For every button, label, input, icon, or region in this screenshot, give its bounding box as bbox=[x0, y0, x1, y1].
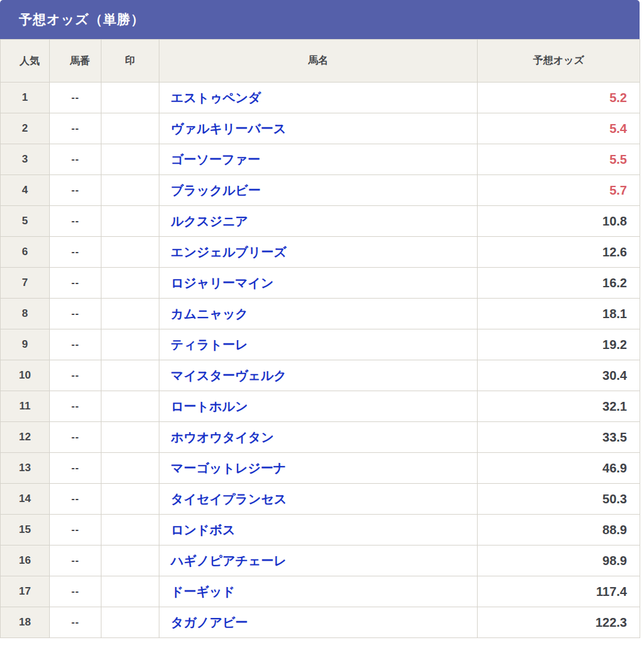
popularity-cell: 8 bbox=[1, 299, 50, 329]
table-header-row: 人気 馬番 印 馬名 予想オッズ bbox=[1, 40, 640, 83]
horse-number-cell: -- bbox=[50, 360, 101, 391]
mark-cell bbox=[101, 175, 159, 206]
predicted-odds-panel: 予想オッズ（単勝） 人気 馬番 印 馬名 予想オッズ bbox=[0, 0, 640, 638]
popularity-cell: 18 bbox=[1, 607, 50, 638]
horse-name-cell: ドーギッド bbox=[159, 576, 478, 607]
horse-name-cell: エストゥペンダ bbox=[159, 83, 478, 113]
panel-title-bar: 予想オッズ（単勝） bbox=[0, 0, 640, 39]
mark-cell bbox=[101, 329, 159, 360]
horse-number-cell: -- bbox=[50, 83, 101, 113]
horse-name-cell: ブラックルビー bbox=[159, 175, 478, 206]
horse-name-link[interactable]: ホウオウタイタン bbox=[171, 430, 274, 444]
odds-cell: 50.3 bbox=[478, 484, 640, 515]
table-body: 1--エストゥペンダ5.22--ヴァルキリーバース5.43--ゴーソーファー5.… bbox=[1, 83, 640, 638]
table-row: 8--カムニャック18.1 bbox=[1, 299, 640, 329]
odds-cell: 32.1 bbox=[478, 391, 640, 422]
odds-cell: 5.5 bbox=[478, 144, 640, 175]
horse-number-cell: -- bbox=[50, 113, 101, 144]
horse-name-cell: カムニャック bbox=[159, 299, 478, 329]
horse-number-cell: -- bbox=[50, 237, 101, 268]
horse-name-link[interactable]: エンジェルブリーズ bbox=[171, 245, 287, 259]
horse-name-link[interactable]: ルクスジニア bbox=[171, 214, 248, 228]
table-row: 1--エストゥペンダ5.2 bbox=[1, 83, 640, 113]
horse-name-link[interactable]: カムニャック bbox=[171, 307, 248, 321]
odds-cell: 18.1 bbox=[478, 299, 640, 329]
panel-title: 予想オッズ（単勝） bbox=[19, 11, 144, 28]
header-horse-number-label: 馬番 bbox=[70, 54, 81, 68]
header-predicted-odds-label: 予想オッズ bbox=[533, 55, 584, 66]
horse-number-cell: -- bbox=[50, 484, 101, 515]
horse-name-link[interactable]: ハギノピアチェーレ bbox=[171, 554, 287, 568]
horse-name-cell: ロートホルン bbox=[159, 391, 478, 422]
header-predicted-odds: 予想オッズ bbox=[478, 40, 640, 83]
odds-cell: 98.9 bbox=[478, 546, 640, 576]
horse-name-link[interactable]: タガノアビー bbox=[171, 615, 248, 629]
horse-number-cell: -- bbox=[50, 515, 101, 546]
odds-cell: 88.9 bbox=[478, 515, 640, 546]
mark-cell bbox=[101, 113, 159, 144]
horse-name-link[interactable]: エストゥペンダ bbox=[171, 91, 261, 105]
mark-cell bbox=[101, 360, 159, 391]
horse-name-link[interactable]: ドーギッド bbox=[171, 585, 235, 598]
horse-name-cell: タガノアビー bbox=[159, 607, 478, 638]
popularity-cell: 14 bbox=[1, 484, 50, 515]
mark-cell bbox=[101, 515, 159, 546]
mark-cell bbox=[101, 484, 159, 515]
horse-name-cell: ルクスジニア bbox=[159, 206, 478, 237]
horse-name-link[interactable]: タイセイプランセス bbox=[171, 492, 287, 506]
horse-name-link[interactable]: ブラックルビー bbox=[171, 183, 261, 197]
horse-name-link[interactable]: ティラトーレ bbox=[171, 338, 248, 351]
horse-name-link[interactable]: ロートホルン bbox=[171, 399, 248, 413]
popularity-cell: 4 bbox=[1, 175, 50, 206]
horse-number-cell: -- bbox=[50, 206, 101, 237]
odds-cell: 5.2 bbox=[478, 83, 640, 113]
horse-name-link[interactable]: ロンドボス bbox=[171, 523, 235, 537]
horse-name-cell: ホウオウタイタン bbox=[159, 422, 478, 453]
horse-name-cell: ヴァルキリーバース bbox=[159, 113, 478, 144]
odds-table: 人気 馬番 印 馬名 予想オッズ 1--エストゥペンダ5.22--ヴァルキリーバ… bbox=[0, 39, 640, 638]
horse-name-link[interactable]: マーゴットレジーナ bbox=[171, 461, 286, 475]
horse-number-cell: -- bbox=[50, 422, 101, 453]
odds-cell: 12.6 bbox=[478, 237, 640, 268]
header-horse-name: 馬名 bbox=[159, 40, 478, 83]
popularity-cell: 9 bbox=[1, 329, 50, 360]
horse-name-cell: マイスターヴェルク bbox=[159, 360, 478, 391]
popularity-cell: 5 bbox=[1, 206, 50, 237]
popularity-cell: 7 bbox=[1, 268, 50, 299]
table-row: 18--タガノアビー122.3 bbox=[1, 607, 640, 638]
mark-cell bbox=[101, 576, 159, 607]
header-popularity: 人気 bbox=[1, 40, 50, 83]
mark-cell bbox=[101, 237, 159, 268]
horse-number-cell: -- bbox=[50, 607, 101, 638]
table-row: 11--ロートホルン32.1 bbox=[1, 391, 640, 422]
table-row: 13--マーゴットレジーナ46.9 bbox=[1, 453, 640, 484]
horse-name-cell: エンジェルブリーズ bbox=[159, 237, 478, 268]
horse-name-link[interactable]: マイスターヴェルク bbox=[171, 368, 287, 382]
popularity-cell: 16 bbox=[1, 546, 50, 576]
mark-cell bbox=[101, 144, 159, 175]
mark-cell bbox=[101, 453, 159, 484]
horse-name-cell: ゴーソーファー bbox=[159, 144, 478, 175]
odds-cell: 117.4 bbox=[478, 576, 640, 607]
horse-number-cell: -- bbox=[50, 391, 101, 422]
horse-number-cell: -- bbox=[50, 546, 101, 576]
header-popularity-label: 人気 bbox=[20, 54, 30, 68]
horse-name-link[interactable]: ヴァルキリーバース bbox=[171, 122, 286, 135]
horse-number-cell: -- bbox=[50, 576, 101, 607]
mark-cell bbox=[101, 422, 159, 453]
header-horse-name-label: 馬名 bbox=[308, 55, 328, 66]
horse-number-cell: -- bbox=[50, 144, 101, 175]
horse-name-cell: ロジャリーマイン bbox=[159, 268, 478, 299]
mark-cell bbox=[101, 206, 159, 237]
odds-cell: 10.8 bbox=[478, 206, 640, 237]
header-mark: 印 bbox=[101, 40, 159, 83]
odds-cell: 5.4 bbox=[478, 113, 640, 144]
table-row: 4--ブラックルビー5.7 bbox=[1, 175, 640, 206]
horse-name-link[interactable]: ロジャリーマイン bbox=[171, 276, 273, 290]
table-row: 7--ロジャリーマイン16.2 bbox=[1, 268, 640, 299]
popularity-cell: 2 bbox=[1, 113, 50, 144]
horse-number-cell: -- bbox=[50, 175, 101, 206]
horse-name-link[interactable]: ゴーソーファー bbox=[171, 152, 260, 166]
mark-cell bbox=[101, 546, 159, 576]
horse-name-cell: タイセイプランセス bbox=[159, 484, 478, 515]
